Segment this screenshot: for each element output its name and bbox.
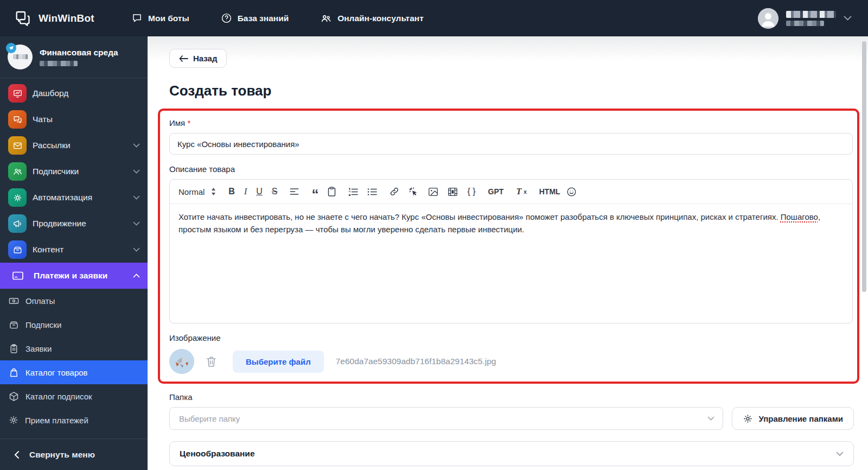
sidebar-item-promotion[interactable]: Продвижение — [0, 211, 148, 237]
link-button[interactable] — [390, 187, 399, 196]
gpt-button[interactable]: GPT — [488, 187, 504, 196]
underline-button[interactable]: U — [256, 187, 263, 196]
content-basket-icon — [8, 240, 27, 259]
clipboard-icon — [328, 187, 336, 196]
sidebar-item-subscribers[interactable]: Подписчики — [0, 158, 148, 185]
bullet-list-icon — [367, 188, 377, 196]
description-field-label: Описание товара — [169, 164, 853, 174]
collapse-menu-button[interactable]: Свернуть меню — [0, 439, 148, 470]
chevron-down-icon — [133, 195, 140, 200]
sidebar-subitem-label: Оплаты — [25, 296, 55, 306]
sidebar-subitem-requests[interactable]: Заявки — [0, 336, 148, 360]
folder-select-input[interactable] — [178, 414, 707, 424]
sidebar-item-mailings[interactable]: Рассылки — [0, 132, 148, 158]
sidebar-subitem-label: Каталог подписок — [25, 392, 92, 401]
product-name-input[interactable] — [169, 133, 853, 155]
link-icon — [390, 187, 399, 196]
italic-button[interactable]: I — [244, 187, 247, 196]
description-editor-area[interactable]: Хотите начать инвестировать, но не знает… — [170, 204, 852, 323]
sidebar-item-label: Контент — [33, 245, 63, 255]
insert-image-button[interactable] — [428, 187, 438, 196]
user-menu[interactable] — [758, 8, 852, 29]
brand[interactable]: WinWinBot — [14, 10, 123, 27]
topbar: WinWinBot Мои боты База знаний — [0, 0, 868, 36]
description-text: Хотите начать инвестировать, но не знает… — [178, 212, 781, 221]
arrow-left-icon — [179, 55, 188, 62]
nav-knowledge-base[interactable]: База знаний — [221, 12, 289, 24]
pricing-accordion-label: Ценообразование — [180, 449, 255, 459]
ordered-list-button[interactable] — [348, 188, 358, 196]
sidebar-item-content[interactable]: Контент — [0, 237, 148, 263]
magic-cursor-icon — [409, 187, 419, 197]
required-asterisk: * — [187, 118, 190, 128]
code-button[interactable]: { } — [467, 187, 475, 196]
nav-my-bots[interactable]: Мои боты — [131, 12, 189, 24]
clear-formatting-button[interactable]: Tx — [516, 187, 526, 196]
nav-online-consultant[interactable]: Онлайн-консультант — [320, 12, 424, 24]
blockquote-button[interactable]: “ — [311, 192, 318, 197]
sidebar-item-label: Продвижение — [33, 219, 86, 228]
pricing-accordion[interactable]: Ценообразование — [169, 441, 854, 466]
manage-folders-label: Управление папками — [759, 414, 843, 423]
bot-profile[interactable]: Финансовая среда — [0, 36, 148, 78]
manage-folders-button[interactable]: Управление папками — [732, 407, 854, 430]
format-selector[interactable]: Normal — [178, 187, 216, 196]
folder-row: Управление папками — [169, 407, 854, 430]
back-button[interactable]: Назад — [169, 49, 227, 68]
subscription-basket-icon — [8, 319, 20, 331]
sidebar-item-payments-requests[interactable]: Платежи и заявки — [0, 263, 148, 289]
sidebar-item-label: Платежи и заявки — [34, 271, 107, 281]
folder-select[interactable] — [169, 407, 723, 430]
highlighted-form-section: Имя * Описание товара Normal B I U S — [158, 109, 859, 384]
html-button[interactable]: HTML — [539, 187, 560, 196]
vertical-scrollbar[interactable] — [862, 41, 866, 292]
magic-select-button[interactable] — [409, 187, 419, 197]
avatar — [758, 8, 778, 29]
chevron-down-icon — [836, 452, 844, 456]
dashboard-icon — [8, 84, 27, 103]
chevron-down-icon — [133, 169, 140, 174]
gear-icon — [8, 415, 19, 425]
choose-file-button[interactable]: Выберите файл — [233, 351, 324, 373]
bullet-list-button[interactable] — [367, 188, 377, 196]
sidebar-subitem-payments[interactable]: Оплаты — [0, 289, 148, 313]
product-image-thumbnail[interactable] — [169, 349, 194, 374]
strikethrough-button[interactable]: S — [272, 187, 278, 196]
align-icon — [290, 188, 299, 195]
chevron-down-icon — [844, 16, 852, 21]
align-button[interactable] — [290, 188, 299, 195]
redacted-bot-handle — [40, 61, 78, 66]
clipboard-icon — [8, 343, 20, 354]
uploaded-file-name: 7e60da7ae59309adb716f1b8a29143c5.jpg — [336, 357, 496, 366]
insert-video-button[interactable] — [448, 187, 458, 196]
chevron-down-icon — [133, 247, 140, 252]
sidebar-item-dashboard[interactable]: Дашборд — [0, 80, 148, 106]
sidebar-subitem-label: Подписки — [25, 320, 62, 329]
sidebar-item-automation[interactable]: Автоматизация — [0, 185, 148, 211]
chevron-down-icon — [707, 416, 714, 421]
sidebar-subitem-subscriptions[interactable]: Подписки — [0, 313, 148, 336]
automation-gear-icon — [8, 188, 27, 207]
nav-label: Мои боты — [148, 14, 189, 23]
cash-icon — [8, 295, 20, 307]
people-icon — [320, 12, 332, 24]
main-content: Назад Создать товар Имя * Описание товар… — [148, 36, 868, 470]
brand-name: WinWinBot — [39, 12, 94, 24]
top-nav: Мои боты База знаний Онлайн-консультан — [131, 12, 424, 24]
spellcheck-word: Пошагово — [781, 212, 818, 221]
bold-button[interactable]: B — [228, 187, 235, 196]
nav-label: База знаний — [238, 14, 289, 23]
sidebar-subitem-payment-acceptance[interactable]: Прием платежей — [0, 408, 148, 432]
sidebar-subitem-product-catalog[interactable]: Каталог товаров — [0, 360, 148, 384]
emoji-button[interactable] — [566, 187, 577, 197]
image-row: Выберите файл 7e60da7ae59309adb716f1b8a2… — [169, 349, 853, 374]
cube-icon — [8, 391, 20, 402]
rich-text-editor: Normal B I U S “ — [169, 179, 853, 323]
sidebar-subitem-subscription-catalog[interactable]: Каталог подписок — [0, 384, 148, 408]
delete-image-button[interactable] — [206, 356, 216, 367]
sidebar-item-label: Автоматизация — [33, 193, 92, 202]
chats-icon — [8, 110, 27, 129]
credit-card-icon — [11, 269, 24, 282]
paste-button[interactable] — [328, 187, 336, 196]
sidebar-item-chats[interactable]: Чаты — [0, 106, 148, 132]
